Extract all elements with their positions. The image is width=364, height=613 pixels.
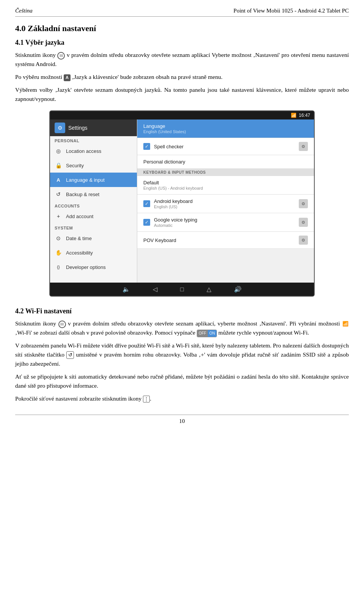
language-icon: A [55, 176, 62, 184]
section2-para3: Ať už se připojujete k síti automaticky … [15, 372, 349, 390]
left-panel: ⚙ Settings PERSONAL ◎ Location access 🔒 … [50, 119, 137, 283]
google-voice-content: ✓ Google voice typing Automatic [143, 217, 197, 228]
android-kb-sub: English (US) [154, 204, 193, 209]
sidebar-item-add-account[interactable]: + Add account [50, 209, 137, 223]
google-voice-sub: Automatic [154, 223, 197, 228]
header-left: Čeština [15, 8, 33, 14]
sidebar-item-developer[interactable]: {} Developer options [50, 260, 137, 274]
developer-icon: {} [55, 263, 62, 271]
add-icon: + [55, 212, 62, 220]
right-panel: Language English (United States) ✓ Spell… [137, 119, 314, 283]
accessibility-icon: ✋ [55, 249, 62, 256]
google-voice-settings-icon[interactable]: ⚙ [299, 218, 308, 227]
recent-apps-icon[interactable]: △ [207, 286, 211, 293]
page-header: Čeština Point of View Mobii 1025 - Andro… [15, 8, 349, 17]
system-label: SYSTEM [50, 223, 137, 231]
right-item-personal-dict[interactable]: Personal dictionary [137, 155, 314, 169]
personal-dict-title: Personal dictionary [143, 159, 185, 165]
settings-app: ⚙ Settings PERSONAL ◎ Location access 🔒 … [50, 119, 314, 283]
sidebar-item-add-account-label: Add account [66, 214, 93, 219]
google-voice-title: Google voice typing [154, 217, 197, 223]
spell-checker-content: ✓ Spell checker [143, 143, 184, 150]
android-kb-settings-icon[interactable]: ⚙ [299, 199, 308, 208]
section2-para1: Stisknutím ikony ⁞⁞⁞ v pravém dolním stř… [15, 319, 349, 337]
para2: Po výběru možnosti A ‚Jazyk a klávesnice… [15, 72, 349, 82]
clock-icon: ⊙ [55, 234, 62, 242]
sidebar-item-accessibility-label: Accessibility [66, 250, 93, 256]
sidebar-item-date[interactable]: ⊙ Date & time [50, 231, 137, 245]
sub1-title: 4.1 Výběr jazyka [15, 39, 349, 47]
sidebar-item-date-label: Date & time [66, 236, 92, 241]
right-item-spell-checker[interactable]: ✓ Spell checker ⚙ [137, 138, 314, 155]
pov-kb-content: POV Keyboard [143, 237, 176, 243]
sidebar-item-location[interactable]: ◎ Location access [50, 144, 137, 158]
statusbar-icons: 📶 16:47 [291, 113, 310, 118]
sidebar-item-developer-label: Developer options [66, 264, 106, 270]
android-navbar: 🔈 ◁ □ △ 🔊 [50, 283, 314, 296]
right-item-language[interactable]: Language English (United States) [137, 119, 314, 138]
android-kb-content: ✓ Android keyboard English (US) [143, 198, 193, 209]
personal-dict-content: Personal dictionary [143, 159, 185, 165]
language-sub: English (United States) [143, 129, 186, 134]
sidebar-item-security-label: Security [66, 163, 84, 168]
wifi-icon: 📶 [291, 113, 297, 118]
backup-icon: ↺ [55, 190, 62, 198]
google-voice-checkbox: ✓ [143, 219, 150, 226]
section2: 4.2 Wi-Fi nastavení Stisknutím ikony ⁞⁞⁞… [15, 307, 349, 403]
page-number: 10 [179, 418, 185, 424]
sidebar-item-security[interactable]: 🔒 Security [50, 158, 137, 173]
sidebar-item-language-label: Language & input [66, 177, 105, 183]
section2-title: 4.2 Wi-Fi nastavení [15, 307, 349, 315]
sidebar-item-backup[interactable]: ↺ Backup & reset [50, 187, 137, 201]
default-kb-sub: English (US) - Android keyboard [143, 186, 203, 190]
page-footer: 10 [15, 415, 349, 424]
header-right: Point of View Mobii 1025 - Android 4.2 T… [234, 8, 349, 14]
volume-up-icon[interactable]: 🔊 [234, 286, 242, 293]
home-nav-icon[interactable]: □ [180, 286, 184, 293]
sidebar-item-accessibility[interactable]: ✋ Accessibility [50, 245, 137, 260]
right-item-pov-kb[interactable]: POV Keyboard ⚙ [137, 232, 314, 249]
volume-down-icon[interactable]: 🔈 [122, 286, 130, 293]
language-title: Language [143, 123, 186, 129]
sidebar-item-location-label: Location access [66, 148, 101, 154]
para1: Stisknutím ikony ⁞⁞⁞ v pravém dolním stř… [15, 50, 349, 69]
default-kb-title: Default [143, 180, 203, 185]
lock-icon: 🔒 [55, 162, 62, 169]
settings-toolbar: ⚙ Settings [50, 119, 137, 136]
section2-para2: V zobrazeném panelu Wi-Fi můžete vidět d… [15, 341, 349, 368]
right-item-google-voice[interactable]: ✓ Google voice typing Automatic ⚙ [137, 213, 314, 232]
section2-para4: Pokročilé síťové nastavení zobrazíte sti… [15, 394, 349, 403]
right-item-android-kb[interactable]: ✓ Android keyboard English (US) ⚙ [137, 195, 314, 213]
language-item-content: Language English (United States) [143, 123, 186, 134]
accounts-label: ACCOUNTS [50, 201, 137, 209]
pov-kb-settings-icon[interactable]: ⚙ [299, 236, 308, 245]
screenshot-container: 📶 16:47 ⚙ Settings PERSONAL ◎ Location a… [49, 110, 315, 297]
toolbar-title: Settings [68, 125, 88, 131]
android-statusbar: 📶 16:47 [50, 111, 314, 119]
settings-app-icon: ⚙ [55, 123, 65, 133]
time-display: 16:47 [299, 113, 310, 118]
spell-checker-checkbox: ✓ [143, 143, 150, 150]
para3: Výběrem volby ‚Jazyk' otevřete seznam do… [15, 85, 349, 104]
pov-kb-title: POV Keyboard [143, 237, 176, 243]
personal-label: PERSONAL [50, 136, 137, 144]
location-icon: ◎ [55, 147, 62, 155]
spell-checker-settings-icon[interactable]: ⚙ [299, 142, 308, 151]
keyboard-section-label: KEYBOARD & INPUT METHODS [137, 169, 314, 176]
android-kb-checkbox: ✓ [143, 200, 150, 207]
android-kb-title: Android keyboard [154, 198, 193, 204]
section1-title: 4.0 Základní nastavení [15, 24, 349, 33]
right-item-default-kb[interactable]: Default English (US) - Android keyboard [137, 176, 314, 195]
sidebar-item-backup-label: Backup & reset [66, 192, 99, 197]
default-kb-content: Default English (US) - Android keyboard [143, 180, 203, 190]
spell-checker-title: Spell checker [154, 144, 184, 149]
back-nav-icon[interactable]: ◁ [153, 286, 157, 293]
sidebar-item-language[interactable]: A Language & input [50, 173, 137, 187]
